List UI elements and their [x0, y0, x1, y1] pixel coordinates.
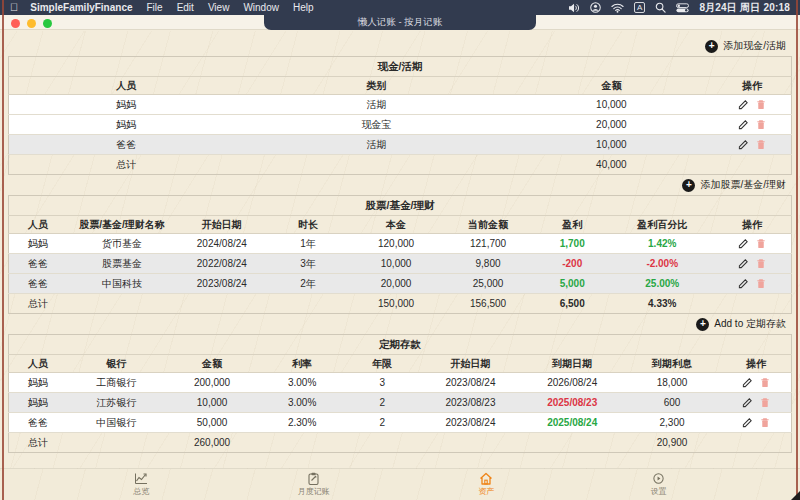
tab-monthly-records[interactable]: 月度记账 — [228, 469, 401, 500]
window-titlebar: 懒人记账 - 按月记账 — [0, 15, 800, 30]
add-deposit-button[interactable]: + Add to 定期存款 — [696, 317, 786, 331]
menu-item-help[interactable]: Help — [293, 2, 314, 13]
control-center-icon[interactable] — [676, 3, 689, 13]
clipboard-icon — [307, 472, 320, 485]
start-date-cell: 2023/08/24 — [420, 373, 522, 393]
profit-percent-cell: 25.00% — [611, 274, 713, 294]
edit-icon[interactable] — [738, 139, 749, 150]
delete-icon[interactable] — [760, 377, 770, 388]
edit-icon[interactable] — [738, 278, 749, 289]
total-profit-percent: 4.33% — [611, 294, 713, 314]
resize-grip[interactable] — [791, 491, 800, 500]
apple-logo-icon[interactable]:  — [10, 2, 18, 13]
delete-icon[interactable] — [760, 397, 770, 408]
col-current: 当前金额 — [443, 216, 533, 234]
col-person: 人员 — [9, 355, 68, 373]
total-amount: 40,000 — [510, 155, 714, 175]
duration-cell: 3年 — [267, 254, 349, 274]
cash-table: 现金/活期 人员 类别 金额 操作 妈妈 活期 10,000 妈妈 现金宝 20… — [8, 56, 792, 175]
table-row: 妈妈 活期 10,000 — [9, 95, 792, 115]
interest-cell: 18,000 — [623, 373, 721, 393]
volume-icon[interactable] — [568, 3, 580, 13]
table-row: 爸爸 中国银行 50,000 2.30% 2 2023/08/24 2025/0… — [9, 413, 792, 433]
tab-label: 月度记账 — [298, 486, 330, 497]
minimize-window-button[interactable] — [27, 19, 36, 28]
col-start-date: 开始日期 — [177, 216, 267, 234]
interest-cell: 600 — [623, 393, 721, 413]
tab-overview[interactable]: 总览 — [55, 469, 228, 500]
col-start-date: 开始日期 — [420, 355, 522, 373]
menubar-clock[interactable]: 8月24日 周日 20:18 — [699, 1, 790, 15]
end-date-cell: 2026/08/24 — [521, 373, 623, 393]
current-cell: 25,000 — [443, 274, 533, 294]
end-date-cell: 2025/08/23 — [521, 393, 623, 413]
zoom-window-button[interactable] — [43, 19, 52, 28]
profit-percent-cell: 1.42% — [611, 234, 713, 254]
wifi-icon[interactable] — [611, 3, 624, 13]
menu-app-name[interactable]: SimpleFamilyFinance — [30, 2, 132, 13]
col-name: 股票/基金/理财名称 — [67, 216, 177, 234]
edit-icon[interactable] — [738, 119, 749, 130]
edit-icon[interactable] — [742, 377, 753, 388]
plus-icon: + — [705, 40, 718, 53]
years-cell: 2 — [345, 393, 419, 413]
menu-item-edit[interactable]: Edit — [177, 2, 194, 13]
stock-table-title: 股票/基金/理财 — [9, 196, 792, 216]
start-date-cell: 2023/08/23 — [420, 393, 522, 413]
traffic-lights — [11, 19, 52, 28]
start-date-cell: 2023/08/24 — [420, 413, 522, 433]
edit-icon[interactable] — [742, 397, 753, 408]
tab-label: 总览 — [133, 486, 149, 497]
delete-icon[interactable] — [756, 238, 766, 249]
amount-cell: 200,000 — [165, 373, 259, 393]
table-row: 妈妈 工商银行 200,000 3.00% 3 2023/08/24 2026/… — [9, 373, 792, 393]
rate-cell: 3.00% — [259, 393, 345, 413]
start-date-cell: 2022/08/24 — [177, 254, 267, 274]
window-title: 懒人记账 - 按月记账 — [358, 16, 442, 29]
add-stock-label: 添加股票/基金/理财 — [700, 178, 786, 192]
delete-icon[interactable] — [756, 119, 766, 130]
edit-icon[interactable] — [738, 99, 749, 110]
interest-cell: 2,300 — [623, 413, 721, 433]
tab-label: 资产 — [478, 486, 494, 497]
years-cell: 2 — [345, 413, 419, 433]
add-deposit-label: Add to 定期存款 — [714, 317, 786, 331]
person-cell: 妈妈 — [9, 373, 68, 393]
add-stock-button[interactable]: + 添加股票/基金/理财 — [682, 178, 786, 192]
close-window-button[interactable] — [11, 19, 20, 28]
principal-cell: 120,000 — [349, 234, 443, 254]
bank-cell: 中国银行 — [67, 413, 165, 433]
user-icon[interactable] — [590, 2, 601, 13]
name-cell: 中国科技 — [67, 274, 177, 294]
tab-assets[interactable]: 资产 — [400, 469, 573, 500]
edit-icon[interactable] — [742, 417, 753, 428]
tab-settings[interactable]: 设置 — [573, 469, 746, 500]
delete-icon[interactable] — [756, 99, 766, 110]
edit-icon[interactable] — [738, 238, 749, 249]
person-cell: 爸爸 — [9, 274, 68, 294]
delete-icon[interactable] — [756, 258, 766, 269]
menu-item-view[interactable]: View — [208, 2, 230, 13]
profit-cell: 5,000 — [533, 274, 611, 294]
edit-icon[interactable] — [738, 258, 749, 269]
end-date-cell: 2025/08/24 — [521, 413, 623, 433]
category-cell: 活期 — [243, 95, 509, 115]
input-source-icon[interactable]: A — [634, 2, 645, 13]
total-label: 总计 — [9, 155, 244, 175]
current-cell: 121,700 — [443, 234, 533, 254]
add-cash-button[interactable]: + 添加现金/活期 — [705, 39, 786, 53]
years-cell: 3 — [345, 373, 419, 393]
amount-cell: 20,000 — [510, 115, 714, 135]
name-cell: 股票基金 — [67, 254, 177, 274]
delete-icon[interactable] — [756, 139, 766, 150]
total-amount: 260,000 — [165, 433, 259, 453]
menu-item-window[interactable]: Window — [243, 2, 279, 13]
table-footer-row: 总计 150,000 156,500 6,500 4.33% — [9, 294, 792, 314]
menu-item-file[interactable]: File — [147, 2, 163, 13]
name-cell: 货币基金 — [67, 234, 177, 254]
search-icon[interactable] — [655, 2, 666, 13]
delete-icon[interactable] — [756, 278, 766, 289]
amount-cell: 10,000 — [165, 393, 259, 413]
delete-icon[interactable] — [760, 417, 770, 428]
settings-icon — [652, 472, 665, 485]
